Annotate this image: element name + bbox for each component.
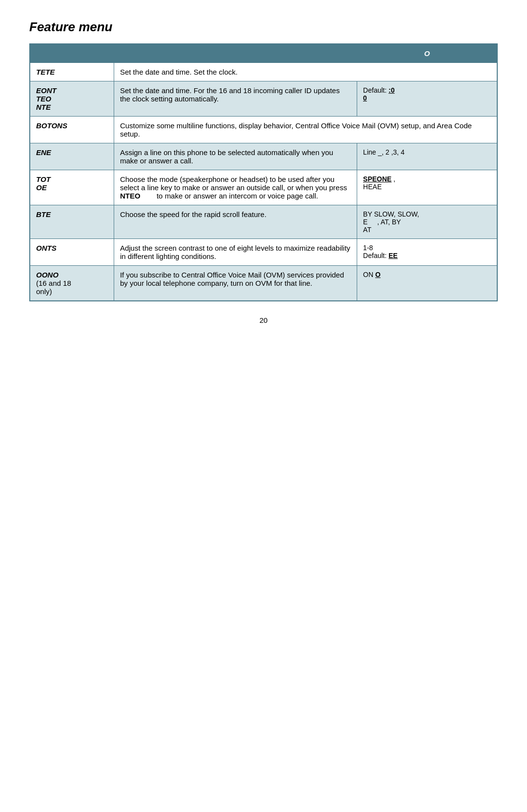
feature-name: ONTS bbox=[36, 244, 57, 252]
feature-name: EONTTEONTE bbox=[36, 86, 57, 111]
feature-name-cell: BTE bbox=[30, 205, 114, 239]
description-cell: Assign a line on this phone to be select… bbox=[114, 143, 357, 170]
options-cell: Line _, 2 ,3, 4 bbox=[357, 143, 497, 170]
feature-sub: (16 and 18only) bbox=[36, 279, 71, 296]
page-title: Feature menu bbox=[29, 20, 498, 35]
col-header-description bbox=[114, 44, 357, 63]
col-header-options: O bbox=[357, 44, 497, 63]
table-row: TOTOE Choose the mode (speakerphone or h… bbox=[30, 170, 497, 205]
description-text: Customize some multiline functions, disp… bbox=[120, 121, 472, 138]
description-cell: Choose the speed for the rapid scroll fe… bbox=[114, 205, 357, 239]
feature-name-cell: BOTONS bbox=[30, 117, 114, 143]
description-text: Set the date and time. Set the clock. bbox=[120, 68, 238, 76]
options-text: BY SLOW, SLOW,E , AT, BYAT bbox=[363, 210, 419, 234]
feature-name-cell: TOTOE bbox=[30, 170, 114, 205]
feature-name-cell: ENE bbox=[30, 143, 114, 170]
col-header-feature bbox=[30, 44, 114, 63]
description-text: If you subscribe to Central Office Voice… bbox=[120, 271, 344, 287]
description-cell: Adjust the screen contrast to one of eig… bbox=[114, 239, 357, 266]
table-row: OONO (16 and 18only) If you subscribe to… bbox=[30, 266, 497, 301]
description-cell: Set the date and time. Set the clock. bbox=[114, 63, 497, 81]
table-row: BTE Choose the speed for the rapid scrol… bbox=[30, 205, 497, 239]
table-row: BOTONS Customize some multiline function… bbox=[30, 117, 497, 143]
feature-table: O TETE Set the date and time. Set the cl… bbox=[29, 43, 498, 301]
options-cell: 1-8Default: EE bbox=[357, 239, 497, 266]
description-text: Choose the speed for the rapid scroll fe… bbox=[120, 210, 266, 218]
description-text: Adjust the screen contrast to one of eig… bbox=[120, 244, 350, 260]
feature-name: ENE bbox=[36, 148, 51, 157]
description-cell: If you subscribe to Central Office Voice… bbox=[114, 266, 357, 301]
page-number: 20 bbox=[29, 316, 498, 324]
description-cell: Choose the mode (speakerphone or headset… bbox=[114, 170, 357, 205]
options-text: SPEONE ,HEAE bbox=[363, 175, 395, 191]
feature-name: TOTOE bbox=[36, 175, 51, 192]
description-text: Assign a line on this phone to be select… bbox=[120, 148, 333, 165]
options-text: Default: :00 bbox=[363, 86, 395, 102]
feature-name-cell: EONTTEONTE bbox=[30, 81, 114, 117]
description-cell: Set the date and time. For the 16 and 18… bbox=[114, 81, 357, 117]
options-text: Line _, 2 ,3, 4 bbox=[363, 148, 405, 156]
options-cell: BY SLOW, SLOW,E , AT, BYAT bbox=[357, 205, 497, 239]
description-text: Set the date and time. For the 16 and 18… bbox=[120, 86, 340, 103]
feature-name: BTE bbox=[36, 210, 51, 218]
feature-name-cell: ONTS bbox=[30, 239, 114, 266]
feature-name: TETE bbox=[36, 68, 55, 76]
table-row: EONTTEONTE Set the date and time. For th… bbox=[30, 81, 497, 117]
options-cell: SPEONE ,HEAE bbox=[357, 170, 497, 205]
options-text: ON O bbox=[363, 271, 381, 278]
options-cell: ON O bbox=[357, 266, 497, 301]
options-text: 1-8Default: EE bbox=[363, 244, 398, 259]
table-row: TETE Set the date and time. Set the cloc… bbox=[30, 63, 497, 81]
description-text: Choose the mode (speakerphone or headset… bbox=[120, 175, 347, 200]
feature-name: OONO bbox=[36, 271, 59, 279]
description-cell: Customize some multiline functions, disp… bbox=[114, 117, 497, 143]
feature-name-cell: TETE bbox=[30, 63, 114, 81]
feature-name: BOTONS bbox=[36, 121, 67, 130]
table-row: ENE Assign a line on this phone to be se… bbox=[30, 143, 497, 170]
table-row: ONTS Adjust the screen contrast to one o… bbox=[30, 239, 497, 266]
options-cell: Default: :00 bbox=[357, 81, 497, 117]
feature-name-cell: OONO (16 and 18only) bbox=[30, 266, 114, 301]
